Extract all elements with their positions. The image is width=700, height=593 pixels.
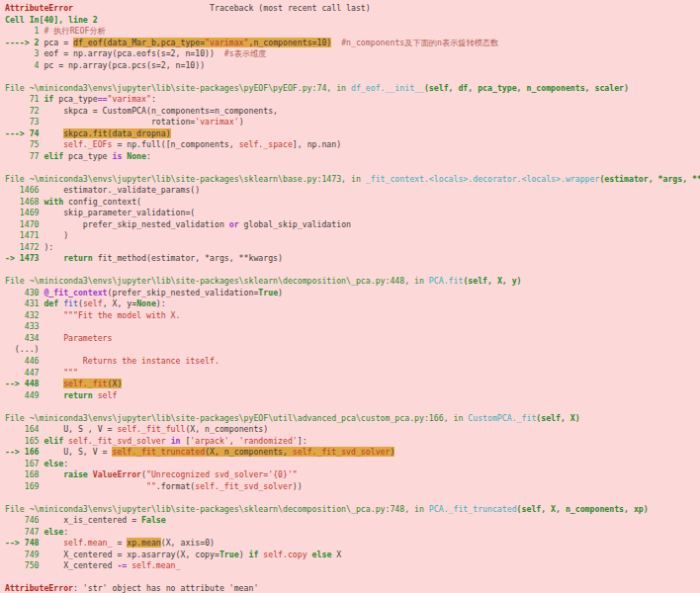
- traceback-line: AttributeError Traceback (most recent ca…: [5, 3, 700, 15]
- traceback-line: 168 raise ValueError("Unrecognized svd_s…: [5, 469, 700, 481]
- traceback-line: File ~\miniconda3\envs\jupyter\lib\site-…: [5, 276, 700, 288]
- code-token: File ~\miniconda3\envs\jupyter\lib\site-…: [5, 276, 429, 286]
- code-token: 1470: [5, 219, 44, 229]
- code-token: 'arpack': [190, 436, 228, 446]
- code-token: ): [44, 230, 68, 240]
- traceback-line: [5, 162, 700, 174]
- code-token: 4: [5, 60, 44, 70]
- code-token: (self, X): [536, 413, 579, 423]
- traceback-line: 169 "".format(self._fit_svd_solver)): [5, 481, 700, 493]
- code-token: 747: [5, 527, 44, 537]
- traceback-line: File ~\miniconda3\envs\jupyter\lib\site-…: [5, 504, 700, 516]
- code-token: 750: [5, 560, 44, 570]
- code-token: None: [136, 298, 156, 308]
- traceback-line: 1470 prefer_skip_nested_validation or gl…: [5, 219, 700, 231]
- code-token: prefer_skip_nested_validation: [44, 219, 228, 229]
- code-token: 431: [5, 298, 44, 308]
- traceback-line: 77 elif pca_type is None:: [5, 151, 700, 163]
- traceback-line: [5, 572, 700, 584]
- code-token: 434: [5, 333, 44, 343]
- code-token: --> 166: [5, 447, 44, 457]
- code-token: PCA.fit: [429, 276, 464, 286]
- code-token: File ~\miniconda3\envs\jupyter\lib\site-…: [5, 83, 351, 93]
- traceback-line: File ~\miniconda3\envs\jupyter\lib\site-…: [5, 413, 700, 425]
- highlighted-code-token: xp.mean: [127, 538, 161, 548]
- code-token: :: [151, 94, 156, 104]
- traceback-line: 446 Returns the instance itself.: [5, 356, 700, 368]
- code-token: """: [44, 368, 78, 378]
- code-token: self._fit_svd_solver: [68, 436, 166, 446]
- code-token: skip_parameter_validation=(: [44, 208, 195, 217]
- code-token: File ~\miniconda3\envs\jupyter\lib\site-…: [5, 413, 468, 423]
- code-token: ): [239, 550, 249, 559]
- code-token: [44, 253, 63, 263]
- code-token: [44, 379, 63, 388]
- code-token: ):: [156, 298, 166, 308]
- traceback-line: 3 eof = np.array(pca.eofs(s=2, n=10)) #s…: [5, 48, 700, 60]
- code-token: True: [219, 550, 239, 559]
- code-token: else: [44, 527, 63, 537]
- code-token: self.copy: [263, 550, 306, 559]
- code-token: config_context(: [63, 197, 141, 207]
- traceback-line: 1468 with config_context(: [5, 197, 700, 209]
- traceback-line: --> 448 self._fit(X): [5, 379, 700, 390]
- code-token: U, S , V =: [44, 424, 117, 434]
- code-token: X: [331, 550, 341, 559]
- code-token: in: [171, 436, 181, 446]
- traceback-line: Cell In[40], line 2: [5, 15, 700, 27]
- traceback-line: File ~\miniconda3\envs\jupyter\lib\site-…: [5, 83, 700, 95]
- code-token: skpca = CustomPCA(n_components=n_compone…: [44, 106, 278, 116]
- traceback-line: 1 # 执行REOF分析: [5, 26, 700, 38]
- code-token: 432: [5, 310, 44, 320]
- code-token: 'randomized': [239, 436, 298, 446]
- traceback-line: 449 return self: [5, 390, 700, 402]
- traceback-line: 747 else:: [5, 527, 700, 539]
- code-token: [44, 538, 63, 548]
- code-token: (self, df, pca_type, n_components, scale…: [424, 83, 629, 93]
- highlighted-code-token: ,n_components=10): [248, 38, 331, 47]
- traceback-line: 71 if pca_type=="varimax":: [5, 94, 700, 106]
- code-token: [44, 390, 63, 400]
- code-token: :: [63, 459, 68, 468]
- highlighted-code-token: (X): [108, 379, 123, 388]
- code-token: True: [258, 288, 278, 297]
- code-token: """Fit the model with X.: [44, 310, 180, 320]
- code-token: = np.full([n_components,: [112, 139, 238, 149]
- code-token: elif: [44, 151, 63, 161]
- code-token: return: [63, 253, 93, 263]
- traceback-line: -> 1473 return fit_method(estimator, *ar…: [5, 253, 700, 265]
- traceback-line: [5, 265, 700, 277]
- code-token: @_fit_context: [44, 288, 107, 297]
- traceback-line: 1472 ):: [5, 242, 700, 254]
- code-token: Traceback (most recent call last): [73, 3, 371, 13]
- code-token: 168: [5, 469, 44, 479]
- code-token: U, S, V =: [44, 447, 112, 457]
- code-token: self: [98, 390, 118, 400]
- code-token: 167: [5, 459, 44, 468]
- traceback-line: File ~\miniconda3\envs\jupyter\lib\site-…: [5, 174, 700, 186]
- code-token: _fit_context.<locals>.decorator.<locals>…: [366, 174, 600, 184]
- code-token: (prefer_skip_nested_validation=: [108, 288, 259, 297]
- code-token: ]:: [298, 436, 307, 446]
- code-token: 430: [5, 288, 44, 297]
- traceback-line: 433: [5, 321, 700, 333]
- code-token: 3: [5, 48, 44, 58]
- code-token: 433: [5, 321, 44, 331]
- code-token: .format(: [156, 481, 195, 491]
- traceback-line: 165 elif self._fit_svd_solver in ['arpac…: [5, 436, 700, 448]
- traceback-line: 746 x_is_centered = False: [5, 515, 700, 527]
- code-token: (self, X, n_components, xp): [517, 504, 649, 514]
- code-token: (estimator, *args, **kwargs): [599, 174, 700, 184]
- traceback-line: 1471 ): [5, 230, 700, 242]
- code-token: [331, 38, 341, 47]
- code-token: , X, y=: [103, 298, 137, 308]
- code-token: =: [112, 538, 127, 548]
- code-token: 1469: [5, 208, 44, 217]
- code-token: [44, 481, 146, 491]
- code-token: 72: [5, 106, 44, 116]
- code-token: rotation=: [44, 117, 195, 127]
- code-token: self._fit_svd_solver: [195, 481, 293, 491]
- code-token: 165: [5, 436, 44, 446]
- code-token: 164: [5, 424, 44, 434]
- traceback-line: 434 Parameters: [5, 333, 700, 345]
